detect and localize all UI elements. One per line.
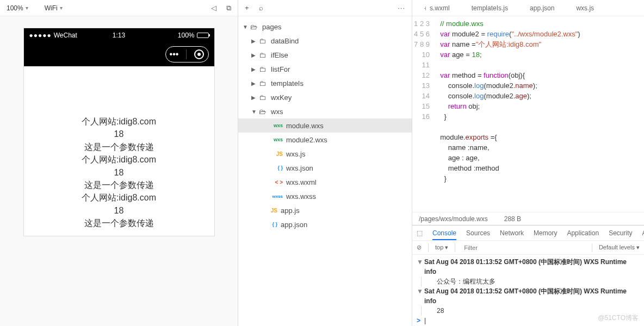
more-icon[interactable]: ··· <box>398 4 405 12</box>
battery-label: 100% <box>178 32 195 39</box>
folder-templateIs[interactable]: ▶🗀templateIs <box>238 76 412 90</box>
devtab-console[interactable]: Console <box>432 229 456 240</box>
mute-icon[interactable]: ◁ <box>211 4 216 12</box>
page-text: 这是一个参数传递 <box>29 141 209 153</box>
more-icon: ••• <box>170 49 179 59</box>
file-size: 288 B <box>504 215 521 223</box>
folder-dataBind[interactable]: ▶🗀dataBind <box>238 34 412 48</box>
page-text: 这是一个参数传递 <box>29 179 209 191</box>
devtab-network[interactable]: Network <box>500 229 524 237</box>
carrier-label: WeChat <box>54 32 77 39</box>
page-text: 个人网站:idig8.com <box>29 116 209 128</box>
file-module.wxs[interactable]: wxsmodule.wxs <box>238 118 412 133</box>
zoom-select[interactable]: 100%▾ <box>7 4 28 12</box>
folder-listFor[interactable]: ▶🗀listFor <box>238 62 412 76</box>
file-app.js[interactable]: JSapp.js <box>238 203 412 217</box>
levels-select[interactable]: Default levels ▾ <box>599 244 640 251</box>
file-path: /pages/wxs/module.wxs <box>419 215 488 223</box>
log-line: 公众号：编程坑太多 <box>421 277 640 286</box>
page-text: 个人网站:idig8.com <box>29 192 209 204</box>
tab-s.wxml[interactable]: s.wxml <box>412 0 461 16</box>
filter-input[interactable] <box>462 243 585 252</box>
console-prompt[interactable]: > <box>417 316 424 325</box>
page-text: 18 <box>29 205 209 217</box>
search-icon[interactable]: ⌕ <box>259 4 263 12</box>
folder-wxKey[interactable]: ▶🗀wxKey <box>238 90 412 104</box>
clock-label: 1:13 <box>113 32 125 39</box>
network-select[interactable]: WiFi▾ <box>45 4 63 12</box>
signal-icon: ●●●●● <box>29 32 52 39</box>
file-module2.wxs[interactable]: wxsmodule2.wxs <box>238 133 412 147</box>
watermark: @51CTO博客 <box>598 314 639 323</box>
tab-wxs.js[interactable]: wxs.js <box>565 0 605 16</box>
inspect-icon[interactable]: ⬚ <box>417 229 423 237</box>
folder-wxs[interactable]: ▼🗁wxs <box>238 104 412 118</box>
folder-pages[interactable]: ▼🗁pages <box>238 20 412 34</box>
devtab-audits[interactable]: Audits <box>642 229 645 237</box>
devtab-memory[interactable]: Memory <box>534 229 557 237</box>
log-group[interactable]: ▼Sat Aug 04 2018 01:13:52 GMT+0800 (中国标准… <box>417 286 640 306</box>
add-icon[interactable]: + <box>245 4 249 12</box>
file-wxs.wxss[interactable]: wxsswxs.wxss <box>238 189 412 203</box>
chevron-down-icon: ▾ <box>60 5 63 11</box>
devtab-application[interactable]: Application <box>567 229 599 237</box>
file-wxs.wxml[interactable]: < >wxs.wxml <box>238 175 412 189</box>
page-text: 个人网站:idig8.com <box>29 154 209 166</box>
chevron-down-icon: ▾ <box>26 5 28 11</box>
context-select[interactable]: top ▾ <box>435 244 448 251</box>
tab-app.json[interactable]: app.json <box>519 0 565 16</box>
page-text: 这是一个参数传递 <box>29 217 209 229</box>
file-wxs.js[interactable]: JSwxs.js <box>238 147 412 161</box>
page-text: 18 <box>29 128 209 140</box>
folder-ifElse[interactable]: ▶🗀ifElse <box>238 48 412 62</box>
devtab-security[interactable]: Security <box>609 229 632 237</box>
close-circle-icon <box>194 49 204 59</box>
rotate-icon[interactable]: ⧉ <box>226 4 231 12</box>
file-app.json[interactable]: { }app.json <box>238 217 412 231</box>
capsule-button[interactable]: ••• <box>165 46 209 62</box>
clear-icon[interactable]: ⊘ <box>417 244 422 251</box>
battery-icon <box>197 33 209 38</box>
page-text: 18 <box>29 167 209 179</box>
file-wxs.json[interactable]: { }wxs.json <box>238 161 412 175</box>
simulator: ●●●●● WeChat 1:13 100% ••• 个人网站:idig8.co… <box>24 28 214 236</box>
tab-templateIs.js[interactable]: templateIs.js <box>461 0 519 16</box>
devtab-sources[interactable]: Sources <box>466 229 490 237</box>
log-group[interactable]: ▼Sat Aug 04 2018 01:13:52 GMT+0800 (中国标准… <box>417 257 640 277</box>
